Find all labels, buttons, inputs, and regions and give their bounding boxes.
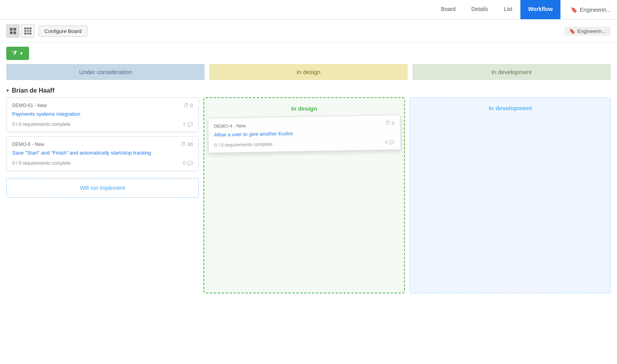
dragging-clock-icon — [385, 120, 390, 126]
columns-area: DEMO-61 - New 0 Payments systems integra… — [0, 97, 617, 293]
tab-board[interactable]: Board — [433, 0, 463, 19]
top-nav: Board Details List Workflow 🔖 Engineerin… — [0, 0, 617, 20]
under-consideration-column: DEMO-61 - New 0 Payments systems integra… — [6, 97, 199, 293]
grid-view-button[interactable] — [21, 24, 35, 38]
tab-list[interactable]: List — [496, 0, 520, 19]
engineering-badge: 🔖 Engineerin... — [564, 27, 611, 36]
dragging-task-time: 0 — [385, 120, 394, 126]
in-design-header: In design — [209, 64, 408, 80]
large-grid-icon — [24, 27, 31, 35]
filter-button[interactable]: ⧩ ▼ — [6, 47, 29, 60]
compact-grid-icon — [10, 28, 16, 34]
dragging-task-link[interactable]: Allow a user to give another Kudos — [214, 128, 395, 138]
comment-icon-2 — [187, 160, 193, 166]
group-name: Brian de Haaff — [12, 87, 54, 94]
collapse-icon[interactable]: ▾ — [6, 88, 9, 93]
engineering-section: 🔖 Engineerin... — [564, 0, 617, 19]
bookmark-badge-icon: 🔖 — [569, 28, 575, 34]
dragging-task-footer: 0 / 0 requirements complete 0 — [214, 139, 395, 148]
under-consideration-header: Under consideration — [6, 64, 205, 80]
in-design-inner-label: In design — [208, 102, 401, 116]
in-development-inner-label: In development — [414, 102, 606, 116]
comment-count-2: 0 — [183, 160, 193, 166]
dragging-task-id: DEMO-4 - New — [214, 123, 246, 129]
dragging-card-header: DEMO-4 - New 0 — [214, 120, 394, 129]
task-link-1[interactable]: Payments systems integration — [12, 111, 193, 118]
columns-header: Under consideration In design In develop… — [0, 64, 617, 80]
toolbar: Configure Board 🔖 Engineerin... — [0, 20, 617, 43]
task-footer-2: 0 / 0 requirements complete 0 — [12, 160, 193, 166]
clock-icon-2 — [181, 141, 186, 147]
task-footer-1: 0 / 0 requirements complete 2 — [12, 122, 193, 127]
task-card-demo-61: DEMO-61 - New 0 Payments systems integra… — [6, 97, 199, 132]
requirements-text-1: 0 / 0 requirements complete — [12, 122, 71, 127]
configure-board-button[interactable]: Configure Board — [38, 25, 88, 37]
task-link-2[interactable]: Save "Start" and "Finish" and automatica… — [12, 149, 193, 157]
will-not-implement-zone[interactable]: Will not implement — [6, 178, 199, 198]
tab-workflow[interactable]: Workflow — [520, 0, 561, 19]
tab-details[interactable]: Details — [463, 0, 496, 19]
bookmark-icon: 🔖 — [571, 7, 577, 13]
compact-view-button[interactable] — [6, 24, 20, 38]
clock-icon-1 — [183, 102, 189, 108]
dragging-card-demo-4: DEMO-4 - New 0 Allow a user to give anot… — [208, 115, 401, 153]
requirements-text-2: 0 / 0 requirements complete — [12, 160, 71, 166]
filter-dropdown-arrow: ▼ — [19, 51, 24, 56]
dragging-comment-icon — [389, 139, 395, 145]
in-design-column: In design DEMO-4 - New 0 Allow a user to… — [203, 97, 405, 293]
comment-icon-1 — [187, 122, 193, 127]
comment-count-1: 2 — [183, 122, 193, 127]
task-card-header-2: DEMO-8 - New 3d — [12, 141, 193, 147]
task-id-1: DEMO-61 - New — [12, 103, 47, 108]
view-buttons — [6, 24, 35, 38]
group-header: ▾ Brian de Haaff — [0, 84, 617, 97]
task-card-header-1: DEMO-61 - New 0 — [12, 102, 193, 108]
in-development-column: In development — [410, 97, 611, 293]
task-time-2: 3d — [181, 141, 192, 147]
task-id-2: DEMO-8 - New — [12, 142, 44, 147]
dragging-comment-count: 0 — [385, 139, 395, 145]
dragging-requirements-text: 0 / 0 requirements complete — [214, 142, 273, 148]
task-card-demo-8: DEMO-8 - New 3d Save "Start" and "Finish… — [6, 136, 199, 171]
task-time-1: 0 — [183, 102, 193, 108]
filter-bar: ⧩ ▼ — [0, 43, 617, 64]
funnel-icon: ⧩ — [12, 50, 17, 57]
in-development-header: In development — [412, 64, 611, 80]
